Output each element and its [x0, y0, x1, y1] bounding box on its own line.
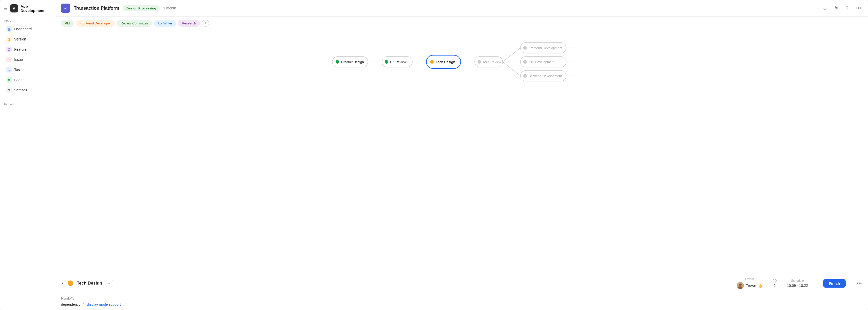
panel-more-button[interactable]: ••• — [856, 280, 863, 287]
tag-research[interactable]: Research — [178, 20, 200, 27]
panel-node-status-icon — [68, 280, 73, 286]
panel-meta: Owner Trevor 🔔 — [737, 277, 863, 289]
svg-point-16 — [430, 60, 434, 64]
sidebar-item-label: Feature — [14, 47, 26, 51]
finish-button[interactable]: Finish — [823, 279, 846, 288]
schedule-label: Schedule — [791, 279, 804, 283]
sidebar-item-label: Version — [14, 37, 26, 41]
panel-body: Handoffs dependency * display mode suppo… — [56, 293, 868, 310]
schedule-value: 10.09 - 10.22 — [787, 284, 808, 288]
sidebar-header: ☰ A App Development — [0, 4, 56, 17]
owner-name: Trevor — [746, 284, 756, 288]
svg-text:Tech Design: Tech Design — [436, 60, 455, 64]
tags-row: PM Front-end Deverloper Review Committee… — [56, 17, 868, 30]
panel-chevron-icon[interactable]: ▼ — [61, 281, 64, 285]
sidebar-item-label: Issue — [14, 58, 23, 62]
svg-point-19 — [477, 60, 481, 64]
sidebar-item-settings[interactable]: ⚙ Settings — [2, 85, 54, 95]
svg-text:iOS Development: iOS Development — [529, 60, 555, 64]
panel-list-button[interactable]: ≡ — [106, 280, 113, 287]
issue-icon: ◎ — [6, 57, 12, 62]
sidebar-item-dashboard[interactable]: ◎ Dashboard — [2, 24, 54, 34]
bottom-panel: ▼ Tech Design ≡ Owner — [56, 274, 868, 310]
owner-row: Trevor 🔔 — [737, 282, 763, 289]
panel-pd-group: PD 2 — [773, 279, 777, 288]
settings-icon: ⚙ — [6, 87, 12, 93]
dependency-row: dependency * display mode support — [61, 302, 863, 306]
pd-label: PD — [773, 279, 777, 283]
sidebar-item-label: Settings — [14, 88, 27, 92]
sidebar-item-sprint[interactable]: ≡ Sprint — [2, 75, 54, 85]
svg-text:Product Design: Product Design — [341, 60, 364, 64]
svg-point-31 — [739, 284, 742, 286]
bookmark-button[interactable]: ⚑ — [832, 4, 841, 12]
add-tag-button[interactable]: + — [202, 20, 209, 27]
svg-line-5 — [503, 62, 521, 76]
sprint-icon: ≡ — [6, 77, 12, 83]
svg-point-13 — [385, 60, 388, 64]
topbar-actions: ☺ ⚑ ⎘ ••• — [821, 4, 863, 12]
more-options-button[interactable]: ••• — [854, 4, 863, 12]
sidebar-workspace-name: App Development — [21, 4, 52, 13]
svg-point-22 — [523, 46, 527, 50]
sidebar-menu-icon[interactable]: ☰ — [4, 6, 8, 11]
sidebar-item-version[interactable]: ◑ Version — [2, 34, 54, 44]
svg-text:Frontend Development: Frontend Development — [529, 46, 562, 50]
tag-pm[interactable]: PM — [61, 20, 74, 27]
owner-avatar-image — [737, 282, 744, 289]
workflow-svg: Product Design UX Review Tech Design Tec… — [61, 38, 863, 86]
emoji-button[interactable]: ☺ — [821, 4, 829, 12]
svg-point-10 — [336, 60, 339, 64]
pinned-section-label: Pinned — [0, 101, 56, 108]
svg-point-25 — [523, 60, 527, 64]
panel-title: Tech Design — [77, 281, 102, 286]
dep-label: dependency — [61, 302, 80, 306]
bell-icon[interactable]: 🔔 — [758, 284, 763, 288]
apps-section-label: Apps — [0, 17, 56, 24]
link-button[interactable]: ⎘ — [843, 4, 852, 12]
panel-header: ▼ Tech Design ≡ Owner — [56, 274, 868, 293]
svg-text:UX Review: UX Review — [390, 60, 407, 64]
feature-icon: ⬡ — [6, 47, 12, 52]
dep-asterisk: * — [83, 302, 84, 306]
tag-review[interactable]: Review Committee — [117, 20, 152, 27]
svg-point-28 — [523, 74, 527, 78]
svg-text:Backend Development: Backend Development — [529, 74, 562, 78]
sidebar-item-label: Dashboard — [14, 27, 32, 31]
svg-text:Tech Review: Tech Review — [483, 60, 501, 64]
sidebar-item-feature[interactable]: ⬡ Feature — [2, 45, 54, 54]
dep-link[interactable]: display mode support — [87, 302, 121, 306]
sidebar-avatar: A — [10, 4, 18, 12]
owner-avatar — [737, 282, 744, 289]
sidebar-item-task[interactable]: ◎ Task — [2, 65, 54, 75]
sidebar: ☰ A App Development Apps ◎ Dashboard ◑ V… — [0, 0, 56, 310]
tag-frontend[interactable]: Front-end Deverloper — [76, 20, 115, 27]
owner-label: Owner — [745, 277, 754, 281]
sidebar-item-issue[interactable]: ◎ Issue — [2, 55, 54, 64]
sidebar-item-label: Sprint — [14, 78, 24, 82]
topbar-project-icon: ✓ — [61, 4, 70, 13]
topbar: ✓ Transaction Platform Design Processing… — [56, 0, 868, 17]
topbar-duration: 1 month — [163, 6, 176, 10]
svg-point-32 — [738, 286, 742, 289]
workflow-canvas: Product Design UX Review Tech Design Tec… — [56, 30, 868, 274]
topbar-title: Transaction Platform — [74, 6, 119, 11]
topbar-status-badge[interactable]: Design Processing — [123, 5, 160, 11]
task-icon: ◎ — [6, 67, 12, 73]
panel-schedule-group: Schedule 10.09 - 10.22 — [787, 279, 808, 288]
main-content: ✓ Transaction Platform Design Processing… — [56, 0, 868, 310]
svg-line-3 — [503, 48, 521, 62]
tag-uxwriter[interactable]: UX Writer — [154, 20, 176, 27]
version-icon: ◑ — [6, 36, 12, 42]
sidebar-item-label: Task — [14, 68, 22, 72]
pd-value: 2 — [774, 284, 776, 288]
dashboard-icon: ◎ — [6, 26, 12, 32]
handoffs-label: Handoffs — [61, 297, 863, 300]
panel-owner-group: Owner Trevor 🔔 — [737, 277, 763, 289]
